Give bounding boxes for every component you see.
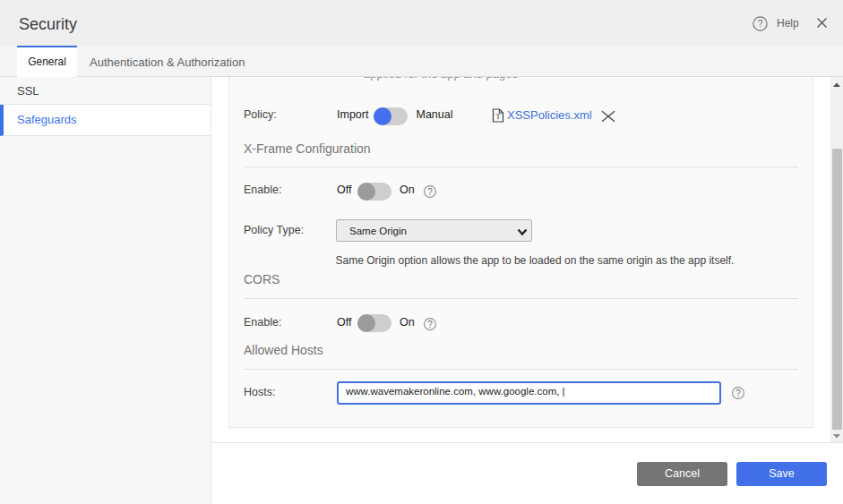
svg-text:?: ? [427,319,433,329]
svg-text:?: ? [735,389,741,398]
svg-text:T: T [495,112,501,121]
svg-text:?: ? [427,187,433,197]
svg-text:?: ? [757,18,762,29]
